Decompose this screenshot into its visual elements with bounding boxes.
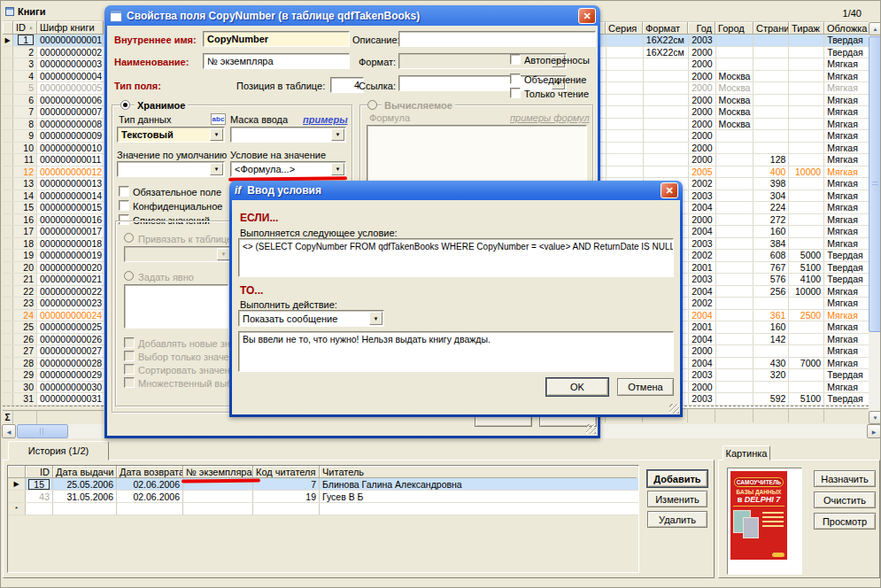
action-dropdown[interactable]: Показать сообщение▼ (238, 310, 384, 327)
book-row[interactable]: 9000000000009 (3, 130, 104, 143)
grid-row[interactable]: 2000Мягкая (600, 58, 869, 71)
bind-table-radio[interactable] (124, 233, 134, 243)
dropdown-arrow-icon[interactable]: ▼ (210, 163, 223, 175)
computed-radio[interactable] (367, 100, 377, 110)
book-row[interactable]: 12000000000012 (3, 166, 104, 179)
grid-row[interactable]: 2000МоскваМягкая (600, 119, 869, 131)
dropdown-arrow-icon[interactable]: ▼ (369, 312, 383, 325)
book-row[interactable]: 2000000000002 (3, 47, 104, 59)
delete-button[interactable]: Удалить (647, 511, 707, 528)
grid-row[interactable]: 2000МоскваМягкая (600, 82, 869, 95)
book-row[interactable]: 13000000000013 (3, 178, 104, 190)
edit-button[interactable]: Изменить (647, 491, 707, 507)
bind-table-dropdown[interactable]: ▼ (124, 246, 232, 262)
resize-grip[interactable] (586, 424, 596, 434)
pages-column-header[interactable]: Страниц (753, 22, 789, 35)
vertical-scroll-thumb[interactable] (869, 36, 881, 332)
book-row[interactable]: 31000000000031 (3, 393, 104, 406)
cipher-column-header[interactable]: Шифр книги (37, 21, 104, 35)
book-row[interactable]: 11000000000011 (3, 154, 104, 166)
grid-row[interactable]: 2000128Мягкая (600, 154, 869, 166)
book-row[interactable]: 21000000000021 (3, 274, 104, 286)
history-reader-header[interactable]: Читатель (320, 466, 637, 478)
display-name-field[interactable]: № экземпляра (203, 53, 350, 69)
history-copy-header[interactable]: № экземпляра (183, 466, 253, 478)
grid-row[interactable]: 2000МоскваМягкая (600, 106, 869, 119)
scroll-down-button[interactable]: ▼ (869, 411, 881, 424)
book-row[interactable]: 29000000000029 (3, 369, 104, 382)
scroll-right-button[interactable]: ▶ (867, 424, 881, 438)
book-row[interactable]: 22000000000022 (3, 286, 104, 298)
explicit-radio[interactable] (124, 271, 134, 281)
condition-expression-field[interactable]: <> (SELECT CopyNumber FROM qdfTakenBooks… (238, 238, 674, 277)
tab-picture[interactable]: Картинка (723, 445, 770, 460)
copies-column-header[interactable]: Тираж (789, 22, 824, 35)
dropdown-arrow-icon[interactable]: ▼ (331, 163, 344, 175)
message-field[interactable]: Вы ввели не то, что нужно! Нельзя выдать… (238, 331, 674, 372)
dropdown-arrow-icon[interactable]: ▼ (331, 128, 344, 141)
grid-row[interactable]: 2000Мягкая (600, 130, 869, 143)
scroll-up-button[interactable]: ▲ (869, 22, 881, 35)
book-row[interactable]: 26000000000026 (3, 334, 104, 346)
assign-button[interactable]: Назначить (814, 470, 876, 487)
book-row[interactable]: 6000000000006 (3, 95, 104, 107)
history-issued-header[interactable]: Дата выдачи▲ (53, 466, 117, 478)
horizontal-scroll-thumb[interactable] (17, 424, 68, 438)
history-id-header[interactable]: ID (26, 466, 53, 478)
book-row[interactable]: 30000000000030 (3, 382, 104, 394)
history-row[interactable]: 4331.05.200602.06.200619Гусев В Б (8, 491, 638, 503)
book-row[interactable]: 14000000000014 (3, 190, 104, 203)
required-checkbox[interactable] (119, 186, 129, 197)
grid-row[interactable]: 2000МоскваМягкая (600, 95, 869, 107)
ok-button[interactable]: OK (546, 378, 608, 396)
resize-grip[interactable] (669, 404, 679, 414)
book-row[interactable]: 27000000000027 (3, 345, 104, 358)
explicit-values-area[interactable] (124, 284, 228, 329)
cancel-button[interactable]: Отмена (617, 378, 674, 396)
close-icon[interactable]: ✕ (661, 182, 678, 198)
view-button[interactable]: Просмотр (814, 513, 876, 530)
formula-examples-link[interactable]: примеры формул (510, 112, 590, 123)
book-row[interactable]: 15000000000015 (3, 202, 104, 214)
tab-history[interactable]: История (1/2) (8, 441, 109, 460)
add-new-checkbox[interactable] (124, 337, 135, 348)
sort-values-checkbox[interactable] (124, 364, 135, 375)
dropdown-arrow-icon[interactable]: ▼ (217, 248, 230, 260)
history-reader-id-header[interactable]: Код читателя (253, 466, 320, 478)
book-row[interactable]: 18000000000018 (3, 238, 104, 251)
description-field[interactable] (398, 31, 596, 47)
field-dialog-titlebar[interactable]: Свойства поля CopyNumber (в таблице qdfT… (104, 5, 600, 26)
city-column-header[interactable]: Город (715, 22, 753, 35)
close-icon[interactable]: ✕ (578, 8, 596, 24)
internal-name-field[interactable]: CopyNumber (203, 31, 350, 47)
grid-row[interactable]: 16Х22см2003Твердая (600, 35, 869, 47)
book-row[interactable]: 24000000000024 (3, 310, 104, 322)
book-row[interactable]: 5000000000005 (3, 82, 104, 95)
cover-column-header[interactable]: Обложка (824, 22, 869, 35)
book-row[interactable]: 20000000000020 (3, 262, 104, 275)
scroll-left-button[interactable]: ◀ (2, 424, 16, 438)
book-row[interactable]: 4000000000004 (3, 71, 104, 83)
dropdown-arrow-icon[interactable]: ▼ (210, 128, 223, 141)
vertical-scrollbar[interactable]: ▲ ▼ (869, 22, 881, 424)
clear-button[interactable]: Очистить (814, 491, 876, 508)
book-row[interactable]: 16000000000016 (3, 214, 104, 227)
book-row[interactable]: 17000000000017 (3, 226, 104, 238)
book-row[interactable]: 7000000000007 (3, 106, 104, 119)
default-value-dropdown[interactable]: ▼ (117, 161, 225, 177)
merge-checkbox[interactable] (510, 74, 521, 84)
condition-dropdown[interactable]: <Формула...>▼ (230, 161, 346, 177)
datatype-dropdown[interactable]: Текстовый▼ (117, 127, 225, 143)
book-row[interactable]: 10000000000010 (3, 143, 104, 155)
readonly-checkbox[interactable] (510, 88, 521, 98)
book-row[interactable]: 19000000000019 (3, 250, 104, 262)
only-values-checkbox[interactable] (124, 351, 135, 361)
confidential-checkbox[interactable] (119, 200, 129, 211)
book-row[interactable]: 28000000000028 (3, 358, 104, 370)
book-row[interactable]: ▶1000000000001 (3, 35, 104, 47)
mask-dropdown[interactable]: ▼ (230, 127, 346, 143)
grid-row[interactable]: 2000МоскваМягкая (600, 71, 869, 83)
grid-row[interactable]: 16Х22см2000Твердая (600, 47, 869, 59)
id-column-header[interactable]: ID▲ (13, 21, 37, 35)
book-row[interactable]: 23000000000023 (3, 298, 104, 310)
